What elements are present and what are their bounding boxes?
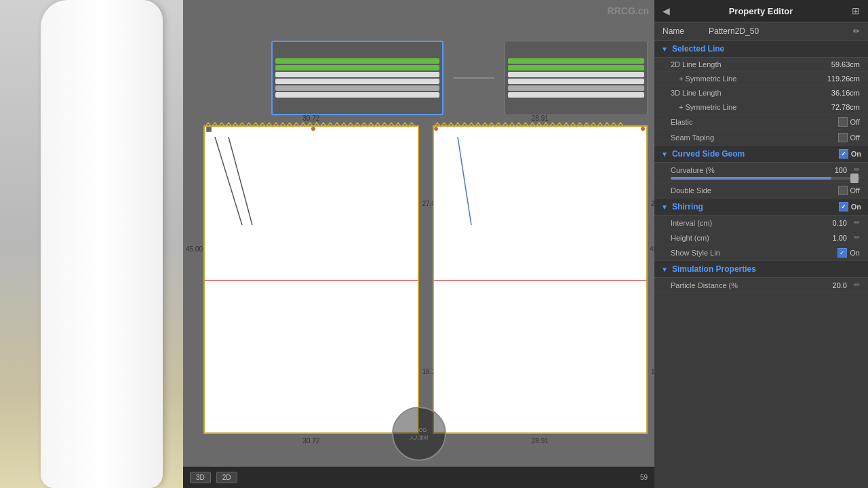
mid-line-left (205, 280, 418, 281)
value-height: 1.00 (800, 234, 847, 242)
curved-side-section[interactable]: ▼ Curved Side Geom ✓ On (654, 146, 868, 163)
curvature-slider-fill (671, 177, 831, 180)
double-side-checkbox[interactable] (838, 186, 848, 195)
name-edit-icon[interactable]: ✏ (853, 26, 860, 36)
label-sym-line-2: + Symmetric Line (679, 103, 808, 111)
strip-line-light-1 (275, 85, 439, 91)
shirring-toggle[interactable]: ✓ On (839, 202, 861, 211)
svg-line-1 (229, 137, 252, 225)
prop-particle-distance: Particle Distance (% 20.0 ✏ (654, 278, 868, 293)
seam-taping-toggle[interactable]: Off (838, 133, 860, 142)
curvature-slider-track[interactable] (671, 177, 860, 180)
left-strip-group[interactable] (271, 41, 443, 115)
toolbar-3d-btn[interactable]: 3D (190, 472, 211, 483)
shirring-arrow: ▼ (661, 203, 668, 211)
strip-line-white-1 (275, 72, 439, 77)
dot-marker-left (311, 127, 315, 131)
value-interval: 0.10 (800, 219, 847, 227)
connector-line (454, 77, 494, 79)
simulation-props-arrow: ▼ (661, 266, 668, 273)
curvature-row: Curvature (% 100 ✏ (671, 165, 860, 174)
strip-line-green-r1 (508, 58, 644, 64)
label-2d-line-length: 2D Line Length (671, 60, 808, 68)
prop-editor-title: Property Editor (670, 6, 852, 16)
dot-marker-right (434, 127, 438, 131)
value-2d-line-length: 59.63cm (812, 60, 860, 68)
shirring-toggle-text: On (851, 203, 861, 211)
pattern-piece-left[interactable]: 30.72 45.00 27.08 18.20 30.72 (203, 125, 419, 434)
property-editor-panel: ◀ Property Editor ⊞ Name Pattern2D_50 ✏ … (654, 0, 868, 488)
pattern-editor-panel[interactable]: RRCG.cn (183, 0, 654, 488)
value-sym-line-1: 119.26cm (812, 75, 860, 83)
name-value: Pattern2D_50 (709, 26, 848, 36)
value-3d-line-length: 36.16cm (812, 89, 860, 97)
collapse-left-icon[interactable]: ◀ (663, 5, 670, 16)
svg-line-0 (215, 137, 242, 225)
shirring-section[interactable]: ▼ Shirring ✓ On (654, 199, 868, 216)
height-edit-icon[interactable]: ✏ (854, 233, 860, 242)
seam-taping-checkbox[interactable] (838, 133, 848, 142)
fabric-3d-shape (41, 0, 163, 488)
strip-line-light-r1 (508, 85, 644, 91)
dim-top-left: 30.72 (302, 115, 319, 122)
mid-line-right (434, 280, 647, 281)
label-elastic: Elastic (671, 118, 834, 126)
svg-line-2 (458, 137, 471, 225)
label-particle-distance: Particle Distance (% (671, 281, 795, 289)
strip-line-green-2 (275, 65, 439, 70)
right-strip-group[interactable] (505, 41, 648, 115)
pattern-area[interactable]: 30.72 45.00 27.08 18.20 30.72 (203, 125, 648, 434)
dim-height-right: 45.00 (650, 245, 654, 253)
dim-height-left: 45.00 (186, 245, 203, 253)
curvature-section: Curvature (% 100 ✏ (654, 163, 868, 183)
double-side-toggle[interactable]: Off (838, 186, 860, 195)
prop-3d-line-length: 3D Line Length 36.16cm (654, 86, 868, 100)
strip-line-green-r2 (508, 65, 644, 70)
particle-distance-edit-icon[interactable]: ✏ (854, 281, 860, 289)
seam-taping-toggle-text: Off (850, 134, 860, 142)
shirring-label: Shirring (672, 202, 703, 211)
curved-side-checkbox[interactable]: ✓ (839, 149, 848, 159)
dot-marker-right2 (641, 127, 645, 131)
seam-lines-left (208, 130, 315, 298)
dim-top-right: 28.91 (532, 115, 549, 122)
strip-line-white-r3 (508, 92, 644, 98)
curved-side-toggle-text: On (851, 150, 861, 158)
prop-sym-line-2: + Symmetric Line 72.78cm (654, 100, 868, 115)
prop-double-side: Double Side Off (654, 183, 868, 199)
simulation-props-section[interactable]: ▼ Simulation Properties (654, 261, 868, 278)
curvature-slider-container[interactable] (671, 177, 860, 180)
dim-bot-width-left: 30.72 (302, 437, 319, 445)
dim-bot-width-right: 28.91 (532, 437, 549, 445)
strip-line-green-1 (275, 58, 439, 64)
logo-circle: RRCG 人人素材 (392, 407, 446, 461)
elastic-checkbox[interactable] (838, 117, 848, 127)
brand-watermark: RRCG.cn (608, 5, 649, 16)
elastic-toggle[interactable]: Off (838, 117, 860, 127)
seam-lines-right (437, 130, 522, 283)
prop-editor-header: ◀ Property Editor ⊞ (654, 0, 868, 22)
curved-side-label: Curved Side Geom (672, 149, 745, 159)
selected-line-section[interactable]: ▼ Selected Line (654, 41, 868, 58)
toolbar-2d-btn[interactable]: 2D (216, 472, 237, 483)
prop-height: Height (cm) 1.00 ✏ (654, 230, 868, 245)
pattern-piece-right[interactable]: 28.91 45.00 27.08 18.20 28.91 (433, 125, 648, 434)
prop-elastic: Elastic Off (654, 115, 868, 130)
shirring-checkbox[interactable]: ✓ (839, 202, 848, 211)
3d-view-panel (0, 0, 183, 488)
label-show-style-line: Show Style Lin (671, 249, 833, 257)
show-style-line-toggle[interactable]: ✓ On (837, 248, 860, 258)
strip-line-white-2 (275, 79, 439, 84)
curved-side-toggle[interactable]: ✓ On (839, 149, 861, 159)
interval-edit-icon[interactable]: ✏ (854, 218, 860, 227)
show-style-line-checkbox[interactable]: ✓ (837, 248, 847, 258)
dim-bot-right: 18.20 (651, 367, 654, 375)
curvature-slider-thumb[interactable] (850, 174, 859, 183)
label-seam-taping: Seam Taping (671, 134, 834, 142)
expand-icon[interactable]: ⊞ (852, 5, 860, 16)
curved-side-arrow: ▼ (661, 150, 668, 158)
label-3d-line-length: 3D Line Length (671, 89, 808, 97)
zigzag-top-right (434, 121, 647, 128)
curvature-label: Curvature (% (671, 166, 816, 174)
label-double-side: Double Side (671, 186, 834, 195)
